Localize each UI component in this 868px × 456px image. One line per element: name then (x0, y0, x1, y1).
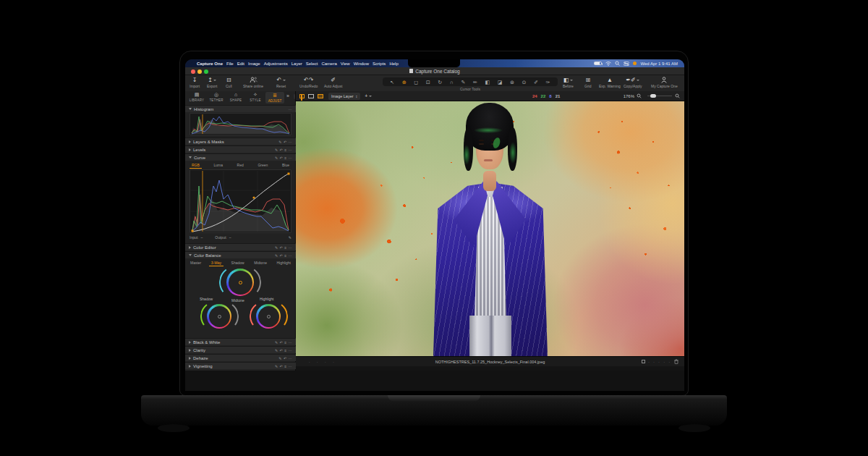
menu-item-adjustments[interactable]: Adjustments (264, 62, 288, 66)
menu-item-edit[interactable]: Edit (237, 62, 244, 66)
before-button[interactable]: ◧Before (563, 77, 574, 88)
menu-item-scripts[interactable]: Scripts (373, 62, 386, 66)
panel-header-icons[interactable]: ✎ ↶ ⋯ (278, 356, 292, 360)
cull-button[interactable]: ⊟Cull (226, 77, 232, 88)
capture-one-status-icon[interactable] (633, 62, 637, 65)
grid-button[interactable]: ⊞Grid (584, 77, 591, 88)
menu-item-select[interactable]: Select (306, 62, 318, 66)
menu-item-help[interactable]: Help (389, 62, 398, 66)
select-tool[interactable]: ↖ (390, 80, 394, 85)
my-capture-one-button[interactable]: My Capture One (651, 77, 678, 88)
tab-tether[interactable]: ◎TETHER (207, 92, 226, 102)
undo-redo-button[interactable]: ↶↷Undo/Redo (299, 77, 318, 88)
straighten-tool[interactable]: ⊡ (426, 80, 430, 85)
panel-header-layers-masks[interactable]: Layers & Masks✎ ↶ ⋯ (185, 138, 296, 145)
clone-tool[interactable]: ⊙ (522, 80, 527, 85)
curve-tab-blue[interactable]: Blue (280, 162, 292, 169)
panel-header-icons[interactable]: ✎ ↶ ≡ ⋯ (275, 340, 292, 345)
cb-tab-master[interactable]: Master (188, 260, 203, 266)
minimize-window-button[interactable] (197, 69, 202, 74)
magnifier-icon[interactable] (675, 93, 680, 98)
panel-header-dehaze[interactable]: Dehaze✎ ↶ ⋯ (185, 354, 296, 361)
single-view-icon[interactable] (308, 94, 314, 98)
tab-style[interactable]: ✧STYLE (246, 92, 265, 102)
panel-header-icons[interactable]: ✎ ↶ ≡ ⋯ (275, 245, 292, 250)
proof-view-icon[interactable] (318, 94, 323, 98)
control-center-icon[interactable] (624, 62, 629, 66)
panel-header-black-white[interactable]: Black & White✎ ↶ ≡ ⋯ (185, 338, 296, 345)
zoom-level[interactable]: 176% (624, 94, 634, 98)
curve-tab-rgb[interactable]: RGB (190, 162, 202, 169)
import-button[interactable]: ↧Import (190, 77, 200, 88)
menu-app-name[interactable]: Capture One (197, 62, 223, 66)
menu-item-file[interactable]: File (226, 62, 234, 66)
curve-tab-luma[interactable]: Luma (211, 162, 225, 169)
add-layer-button[interactable]: + (365, 93, 372, 98)
heal-tool[interactable]: ⊛ (510, 80, 514, 85)
select-image-checkbox[interactable] (642, 360, 645, 363)
chevron-down-icon (189, 156, 192, 159)
curve-chart[interactable] (190, 169, 292, 233)
layer-selector[interactable]: Image Layer↕ (328, 93, 360, 100)
panel-header-curve[interactable]: Curve✎ ↶ ≡ ⋯ (185, 153, 296, 161)
crop-tool[interactable]: ◻ (414, 80, 418, 85)
menu-item-image[interactable]: Image (248, 62, 260, 66)
erase-mask-tool[interactable]: ✏ (473, 80, 477, 85)
reset-button[interactable]: ↶Reset (276, 77, 286, 88)
panel-header-color-balance[interactable]: Color Balance✎ ↶ ≡ ⋯ (185, 251, 296, 258)
cb-tab-3way[interactable]: 3-Way (209, 260, 224, 266)
trash-icon[interactable] (674, 359, 678, 364)
linear-gradient-mask-tool[interactable]: ◧ (485, 80, 490, 85)
auto-adjust-button[interactable]: ✐Auto Adjust (324, 77, 342, 88)
pick-color-tool[interactable]: ✑ (546, 80, 550, 85)
chevron-right-icon (189, 349, 191, 352)
panel-header-clarity[interactable]: Clarity✎ ↶ ≡ ⋯ (185, 346, 296, 353)
menu-item-layer[interactable]: Layer (292, 62, 302, 66)
panel-header-levels[interactable]: Levels✎ ↶ ≡ ⋯ (185, 145, 296, 153)
menu-item-view[interactable]: View (341, 62, 350, 66)
rotate-tool[interactable]: ↻ (438, 80, 442, 85)
cb-tab-midtone[interactable]: Midtone (252, 260, 269, 266)
zoom-menu-icon[interactable] (637, 93, 642, 98)
expand-tabs-icon[interactable]: » (286, 93, 289, 98)
panel-header-color-editor[interactable]: Color Editor✎ ↶ ≡ ⋯ (185, 243, 296, 250)
pan-tool[interactable]: ⊕ (402, 80, 407, 85)
copy-apply-button[interactable]: ✒✐Copy/Apply (624, 77, 642, 88)
photo-canvas[interactable] (296, 101, 684, 356)
panel-header-icons[interactable]: ✎ ↶ ≡ ⋯ (275, 148, 292, 152)
multi-view-icon[interactable] (299, 94, 305, 98)
panel-header-icons[interactable]: ✎ ↶ ≡ ⋯ (275, 253, 292, 258)
curve-picker-icon[interactable]: ✎ (289, 235, 292, 240)
draw-mask-tool[interactable]: ✎ (461, 80, 466, 85)
tab-library[interactable]: ▤LIBRARY (187, 92, 206, 102)
panel-header-icons[interactable]: ⋯ (289, 107, 293, 111)
panel-header-icons[interactable]: ✎ ↶ ≡ ⋯ (275, 348, 292, 352)
exposure-warning-button[interactable]: ▲Exp. Warning (599, 77, 621, 88)
zoom-window-button[interactable] (204, 69, 208, 74)
rating-dots[interactable]: ∙ ∙ ∙ ∙ ∙ (648, 360, 671, 364)
panel-header-icons[interactable]: ✎ ↶ ≡ ⋯ (275, 364, 292, 368)
curve-tab-red[interactable]: Red (235, 162, 246, 169)
cb-tab-highlight[interactable]: Highlight (274, 260, 292, 266)
spot-tool[interactable]: ∩ (450, 80, 454, 85)
histogram-chart[interactable] (190, 113, 292, 135)
annotate-tool[interactable]: ✐ (534, 80, 538, 85)
share-online-button[interactable]: Share online (243, 77, 263, 88)
close-window-button[interactable] (191, 69, 195, 74)
menu-item-camera[interactable]: Camera (321, 62, 336, 66)
search-icon[interactable] (615, 61, 620, 66)
panel-header-icons[interactable]: ✎ ↶ ⋯ (278, 140, 292, 144)
menu-clock[interactable]: Wed Apr 1 9:41 AM (640, 62, 678, 66)
export-button[interactable]: ↥Export (207, 77, 217, 88)
panel-header-vignetting[interactable]: Vignetting✎ ↶ ≡ ⋯ (185, 362, 296, 369)
radial-gradient-mask-tool[interactable]: ◪ (498, 80, 503, 85)
curve-tab-green[interactable]: Green (255, 162, 270, 169)
wifi-icon[interactable] (605, 62, 611, 66)
panel-header-histogram[interactable]: Histogram⋯ (185, 105, 296, 112)
zoom-slider[interactable] (647, 96, 672, 97)
tab-shape[interactable]: ⌂SHAPE (226, 92, 245, 102)
tab-adjust[interactable]: ≣ADJUST (265, 92, 284, 104)
battery-icon[interactable] (594, 62, 602, 65)
menu-item-window[interactable]: Window (354, 62, 369, 66)
panel-header-icons[interactable]: ✎ ↶ ≡ ⋯ (275, 156, 292, 160)
